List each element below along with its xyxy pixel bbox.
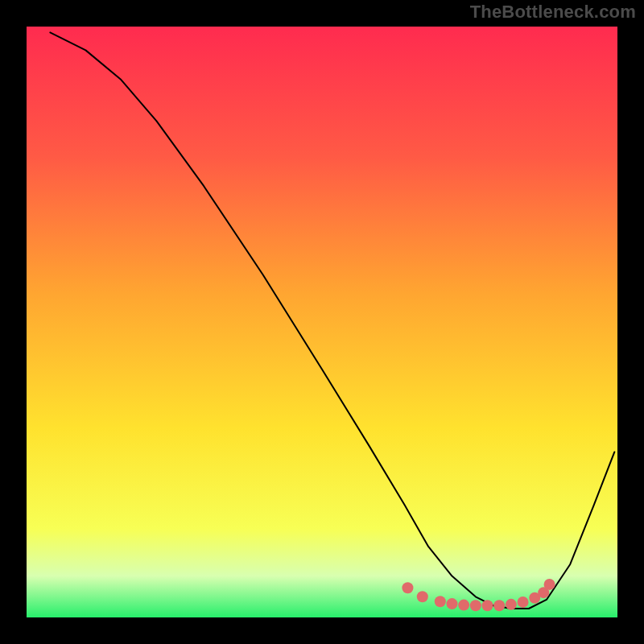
optimal-marker — [506, 599, 517, 610]
optimal-marker — [435, 596, 446, 607]
gradient-bg — [27, 27, 617, 617]
optimal-marker — [402, 582, 413, 593]
watermark-label: TheBottleneck.com — [470, 2, 636, 23]
chart-svg — [27, 27, 617, 617]
optimal-marker — [458, 600, 469, 611]
plot-area — [27, 27, 617, 617]
chart-container: TheBottleneck.com — [0, 0, 644, 644]
optimal-marker — [482, 600, 493, 611]
optimal-marker — [493, 600, 505, 611]
optimal-marker — [446, 598, 457, 609]
optimal-marker — [417, 591, 428, 602]
optimal-marker — [544, 579, 555, 590]
optimal-marker — [518, 597, 529, 608]
optimal-marker — [470, 600, 481, 611]
